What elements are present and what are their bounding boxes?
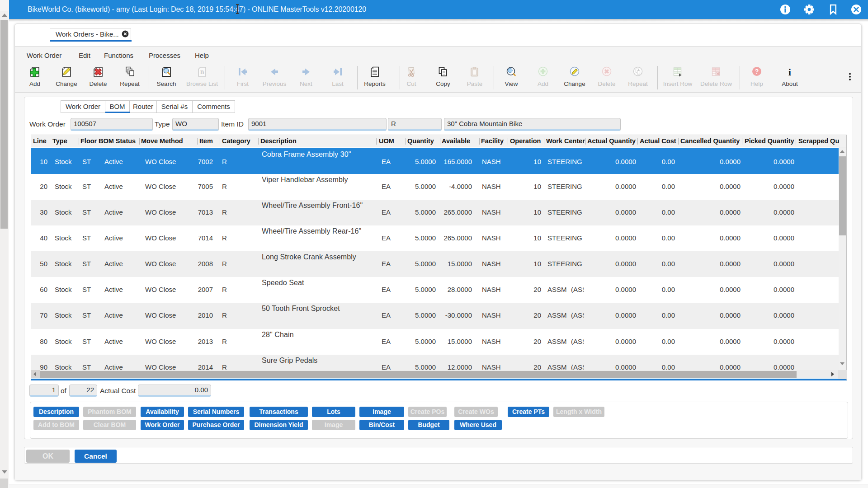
svg-text:B: B	[200, 69, 204, 75]
svg-text:i: i	[788, 67, 791, 78]
svg-text:?: ?	[755, 68, 759, 75]
